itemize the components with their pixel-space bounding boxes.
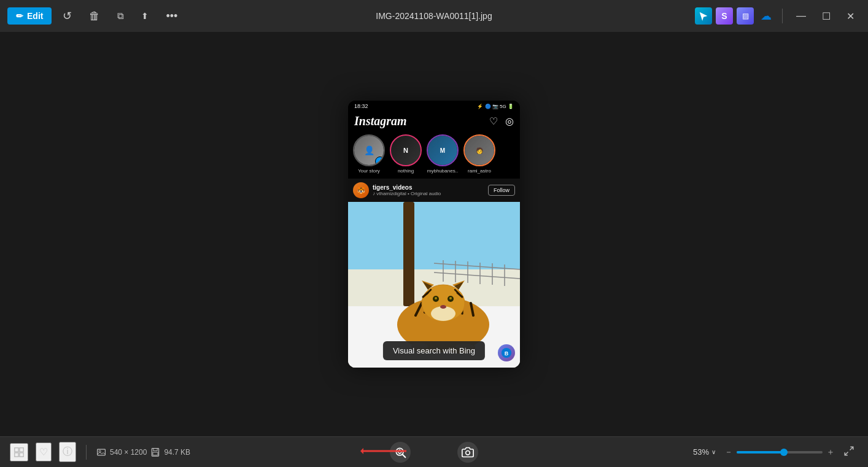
image-info: 540 × 1200 94.7 KB [96,447,190,457]
messenger-icon: ◎ [505,115,514,127]
purple2-app-icon: ▨ [742,12,749,20]
heart-icon: ♡ [489,115,498,127]
edit-label: Edit [27,11,43,21]
zoom-slider-thumb[interactable] [780,449,788,456]
more-icon: ••• [166,10,177,23]
frame-button[interactable] [10,443,28,461]
expand-icon [843,446,854,457]
delete-button[interactable]: 🗑 [83,6,106,26]
camera-button[interactable] [457,442,478,463]
svg-rect-51 [15,452,18,456]
svg-rect-3 [403,202,414,306]
status-time: 18:32 [354,103,368,109]
frame-icon [14,447,25,458]
zoom-slider[interactable] [737,451,823,453]
fullscreen-button[interactable] [840,443,858,461]
your-story-label: Your story [358,168,380,174]
story-add-icon: + [375,156,385,166]
post-subtitle: ♪ vthamizdigital • Original audio [373,191,441,196]
toolbar-left: ✏ Edit ↺ 🗑 ⧉ ⬆ ••• [7,6,184,26]
window-title: IMG-20241108-WA0011[1].jpg [376,11,492,21]
favorite-button[interactable]: ♡ [36,442,52,461]
share-button[interactable]: ⬆ [135,7,155,25]
svg-point-41 [449,348,455,353]
bottom-center-tools [390,442,478,463]
duplicate-button[interactable]: ⧉ [111,7,130,25]
post-image: Visual search with Bing B [348,202,520,368]
info-icon: ⓘ [63,446,72,458]
story-item-rami-astro[interactable]: 🧑 rami_astro [463,134,495,174]
bottom-bar: ♡ ⓘ 540 × 1200 94.7 KB [0,436,868,467]
zoom-chevron-icon: ∨ [711,449,716,455]
info-button[interactable]: ⓘ [59,442,76,462]
bing-logo-icon: B [501,347,512,358]
svg-rect-53 [98,449,106,455]
svg-marker-66 [360,448,363,454]
zoom-level-display[interactable]: 53% ∨ [689,445,719,459]
instagram-status-bar: 18:32 ⚡ 🔵 📷 5G 🔋 [348,101,520,112]
minimize-button[interactable]: — [790,8,812,24]
story-item-your-story[interactable]: 👤 + Your story [353,134,385,174]
zoom-percentage: 53% [693,447,709,457]
post-username: tigers_videos [373,184,441,191]
svg-point-45 [409,343,428,349]
post-user-info: tigers_videos ♪ vthamizdigital • Origina… [373,184,441,196]
post-user-avatar: 🐯 [353,182,369,198]
close-button[interactable]: ✕ [840,8,861,25]
svg-point-46 [455,344,474,350]
edit-button[interactable]: ✏ Edit [7,7,52,25]
purple-app-icon: S [721,11,727,21]
svg-line-68 [850,447,853,450]
post-header: 🐯 tigers_videos ♪ vthamizdigital • Origi… [348,179,520,202]
photo-viewer-image: 18:32 ⚡ 🔵 📷 5G 🔋 Instagram ♡ ◎ 👤 + Your … [348,101,520,368]
follow-button[interactable]: Follow [488,185,515,196]
bottom-separator-1 [86,445,87,460]
zoom-controls: － ＋ [724,447,835,458]
maximize-button[interactable]: ☐ [816,8,837,25]
story-item-nothing[interactable]: N nothing [390,134,422,174]
zoom-slider-fill [737,451,784,453]
nothing-avatar: N [390,134,422,166]
bottom-right-tools: 53% ∨ － ＋ [689,443,858,461]
onedrive-icon: ☁ [761,9,772,23]
instagram-header-icons: ♡ ◎ [489,115,514,127]
svg-point-67 [466,450,470,455]
story-item-mybhubaneswar[interactable]: M mybhubanes.. [427,134,459,174]
mybhubaneswar-avatar: M [427,134,459,166]
status-icons: ⚡ 🔵 📷 5G 🔋 [477,104,514,109]
svg-rect-52 [20,452,23,456]
red-arrow-svg [360,445,409,457]
rotate-button[interactable]: ↺ [56,6,78,26]
svg-point-26 [440,305,446,309]
svg-point-39 [423,348,429,353]
app-icon-purple[interactable]: S [716,7,733,25]
svg-rect-50 [20,447,23,451]
instagram-header: Instagram ♡ ◎ [348,112,520,132]
more-button[interactable]: ••• [160,6,184,26]
file-size: 94.7 KB [164,448,190,457]
image-dimensions: 540 × 1200 [110,448,147,457]
app-icon-purple2[interactable]: ▨ [737,7,754,25]
svg-rect-49 [15,447,18,451]
stories-row: 👤 + Your story N nothing M [348,132,520,179]
red-arrow-indicator [360,445,409,460]
svg-text:B: B [505,350,509,357]
separator [782,9,783,23]
rotate-icon: ↺ [63,9,72,23]
svg-rect-57 [153,452,158,455]
app-icon-snip[interactable] [695,7,712,25]
tiger-scene-svg [348,202,520,368]
duplicate-icon: ⧉ [117,10,124,21]
zoom-in-icon[interactable]: ＋ [826,447,835,458]
svg-point-24 [435,297,437,299]
mybhubaneswar-label: mybhubanes.. [427,168,458,174]
zoom-out-icon[interactable]: － [724,447,733,458]
edit-icon: ✏ [16,11,23,21]
nothing-label: nothing [398,168,414,174]
main-content: 18:32 ⚡ 🔵 📷 5G 🔋 Instagram ♡ ◎ 👤 + Your … [0,32,868,436]
instagram-logo: Instagram [354,114,407,128]
toolbar-right: S ▨ ☁ — ☐ ✕ [695,7,861,25]
camera-icon [462,446,474,458]
app-icon-onedrive[interactable]: ☁ [758,7,775,25]
share-icon: ⬆ [141,11,149,21]
